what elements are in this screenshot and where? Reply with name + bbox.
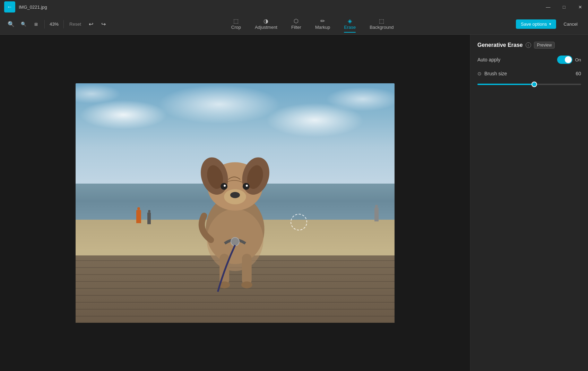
tool-crop[interactable]: ⬚ Crop	[226, 16, 247, 32]
photo-canvas	[76, 83, 395, 323]
fit-view-button[interactable]: ⊞	[31, 19, 42, 30]
person-left2	[147, 212, 151, 224]
undo-icon: ↩	[89, 21, 93, 27]
back-button[interactable]: ←	[4, 1, 15, 12]
zoom-out-icon: 🔍	[21, 22, 26, 27]
maximize-icon: □	[563, 5, 565, 10]
toggle-thumb	[565, 56, 572, 63]
brush-size-value: 60	[576, 71, 581, 76]
back-icon: ←	[7, 4, 12, 10]
person-left	[136, 210, 141, 223]
svg-point-12	[230, 192, 240, 198]
markup-icon: ✏	[320, 18, 325, 24]
canvas-area[interactable]	[0, 35, 470, 371]
zoom-in-icon: 🔍	[8, 21, 15, 27]
brush-size-row: ⊙ Brush size 60	[477, 71, 581, 76]
redo-icon: ↪	[101, 21, 106, 27]
adjustment-icon: ◑	[263, 18, 268, 24]
brush-slider-container	[477, 81, 581, 86]
crop-icon: ⬚	[233, 18, 239, 24]
reset-button[interactable]: Reset	[67, 20, 84, 28]
window-controls: — □ ✕	[540, 0, 588, 14]
brush-size-section: ⊙ Brush size 60	[477, 71, 581, 86]
adjustment-label: Adjustment	[255, 25, 277, 30]
tool-filter[interactable]: ⬡ Filter	[286, 16, 307, 32]
filter-label: Filter	[291, 25, 301, 30]
filename-label: IMG_0221.jpg	[19, 5, 47, 10]
minimize-icon: —	[546, 5, 551, 10]
panel-title: Generative Erase	[477, 42, 523, 48]
filter-icon: ⬡	[294, 18, 299, 24]
toolbar: 🔍 🔍 ⊞ 43% Reset ↩ ↪ ⬚ Crop ◑ Adjustment …	[0, 14, 588, 35]
svg-rect-19	[242, 254, 252, 285]
image-container	[76, 83, 395, 323]
close-icon: ✕	[578, 5, 582, 10]
maximize-button[interactable]: □	[556, 0, 572, 14]
redo-button[interactable]: ↪	[98, 19, 109, 30]
preview-badge[interactable]: Preview	[534, 42, 555, 49]
crop-label: Crop	[231, 25, 241, 30]
toolbar-separator-2	[63, 20, 64, 28]
photo-dog	[171, 119, 299, 299]
close-button[interactable]: ✕	[572, 0, 588, 14]
toolbar-separator-1	[44, 20, 45, 28]
undo-button[interactable]: ↩	[85, 19, 96, 30]
person-right	[374, 208, 379, 221]
tool-adjustment[interactable]: ◑ Adjustment	[249, 16, 283, 32]
erase-icon: ◈	[348, 18, 352, 24]
save-options-label: Save options	[521, 22, 547, 27]
svg-point-22	[231, 237, 239, 246]
toolbar-right: Save options ▾ Cancel	[516, 19, 582, 29]
brush-icon: ⊙	[477, 71, 482, 76]
tool-markup[interactable]: ✏ Markup	[310, 16, 336, 32]
toolbar-nav: ⬚ Crop ◑ Adjustment ⬡ Filter ✏ Markup ◈ …	[110, 16, 514, 32]
auto-apply-toggle[interactable]	[557, 56, 572, 64]
erase-label: Erase	[344, 25, 356, 30]
brush-size-label: Brush size	[484, 71, 573, 76]
info-icon[interactable]: i	[526, 42, 531, 48]
svg-point-16	[246, 185, 248, 187]
background-icon: ⬚	[379, 18, 384, 24]
panel-header: Generative Erase i Preview	[477, 42, 581, 49]
toggle-on-label: On	[575, 57, 581, 62]
auto-apply-row: Auto apply On	[477, 56, 581, 64]
svg-point-21	[241, 281, 252, 288]
markup-label: Markup	[315, 25, 330, 30]
fit-view-icon: ⊞	[34, 22, 38, 27]
titlebar: ← IMG_0221.jpg — □ ✕	[0, 0, 588, 14]
svg-point-15	[224, 185, 226, 187]
toggle-row: On	[557, 56, 581, 64]
brush-size-slider[interactable]	[477, 84, 581, 85]
zoom-level-label: 43%	[47, 22, 61, 27]
minimize-button[interactable]: —	[540, 0, 556, 14]
tool-erase[interactable]: ◈ Erase	[338, 16, 361, 32]
right-panel: Generative Erase i Preview Auto apply On…	[470, 35, 588, 371]
auto-apply-label: Auto apply	[477, 57, 500, 62]
toolbar-left: 🔍 🔍 ⊞ 43% Reset ↩ ↪	[6, 19, 109, 30]
chevron-down-icon: ▾	[549, 22, 551, 26]
zoom-out-button[interactable]: 🔍	[18, 19, 29, 30]
zoom-in-button[interactable]: 🔍	[6, 19, 17, 30]
main-content: Generative Erase i Preview Auto apply On…	[0, 35, 588, 371]
tool-background[interactable]: ⬚ Background	[364, 16, 399, 32]
background-label: Background	[370, 25, 394, 30]
cancel-button[interactable]: Cancel	[559, 19, 582, 29]
save-options-button[interactable]: Save options ▾	[516, 19, 556, 29]
